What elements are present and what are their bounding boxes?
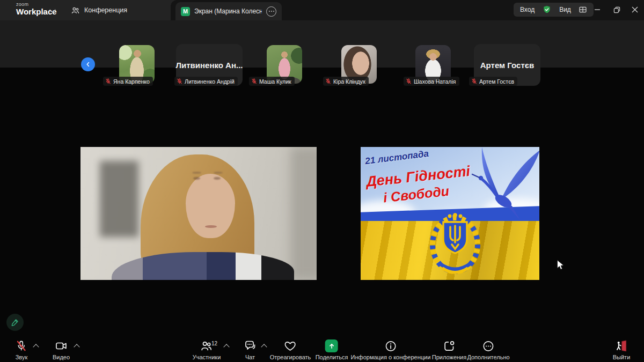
participant-name-badge: Артем Гостєв bbox=[469, 77, 517, 86]
participant-name-badge: Шахова Наталія bbox=[404, 77, 459, 86]
participant-display-name: Артем Гостєв bbox=[480, 61, 534, 70]
mouse-cursor bbox=[556, 260, 565, 270]
audio-options-caret[interactable] bbox=[33, 344, 39, 350]
collapse-strip-button[interactable] bbox=[81, 57, 95, 71]
audio-button[interactable]: Звук bbox=[16, 339, 28, 360]
video-button[interactable]: Видео bbox=[53, 339, 70, 360]
green-pencil-icon bbox=[11, 318, 19, 327]
participants-filmstrip: Литвиненко Ан... Артем Гостєв Яна Карпен… bbox=[0, 20, 644, 68]
participant-name-badge: Литвиненко Андрій bbox=[174, 77, 238, 86]
speaker-torso bbox=[112, 252, 294, 280]
share-icon bbox=[325, 339, 338, 352]
close-button[interactable] bbox=[626, 0, 644, 19]
tab-conference-label: Конференция bbox=[84, 6, 127, 14]
minimize-button[interactable] bbox=[588, 0, 606, 19]
participant-display-name: Литвиненко Ан... bbox=[175, 61, 243, 70]
ukraine-coat-of-arms bbox=[425, 211, 485, 278]
apps-icon bbox=[443, 339, 455, 352]
view-layout-icon[interactable] bbox=[579, 5, 587, 14]
participant-name-badge: Яна Карпенко bbox=[103, 77, 153, 86]
title-bar: zoom Workplace Конференция M Экран (Мари… bbox=[0, 0, 644, 20]
restore-button[interactable] bbox=[608, 0, 626, 19]
info-icon bbox=[385, 339, 397, 352]
mic-muted-icon bbox=[406, 78, 412, 84]
mic-muted-icon bbox=[105, 78, 111, 84]
participant-name-badge: Маша Кулик bbox=[249, 77, 295, 86]
speaker-video-pane bbox=[80, 147, 317, 280]
security-shield-icon[interactable] bbox=[542, 5, 552, 14]
react-button[interactable]: Отреагировать bbox=[270, 339, 311, 360]
logo-zoom-text: zoom bbox=[16, 2, 57, 7]
background-shade bbox=[291, 147, 317, 280]
video-options-caret[interactable] bbox=[74, 344, 79, 350]
participants-options-caret[interactable] bbox=[223, 344, 229, 350]
meeting-info-button[interactable]: Информация о конференции bbox=[351, 339, 431, 360]
share-screen-button[interactable]: Поделиться bbox=[316, 339, 348, 360]
chat-button[interactable]: Чат bbox=[244, 339, 257, 360]
mic-muted-icon bbox=[471, 78, 477, 84]
more-ellipsis-icon bbox=[482, 339, 494, 352]
tab-screen-share[interactable]: M Экран (Марина Колесник) bbox=[175, 2, 282, 20]
zoom-meeting-window: zoom Workplace Конференция M Экран (Мари… bbox=[0, 0, 644, 362]
sign-in-button[interactable]: Вход bbox=[520, 6, 535, 13]
mic-muted-icon bbox=[177, 78, 182, 84]
tab-options-icon[interactable] bbox=[266, 6, 276, 17]
speaker-face bbox=[186, 174, 235, 238]
participants-count-badge: 12 bbox=[211, 341, 217, 346]
chat-options-caret[interactable] bbox=[261, 344, 267, 350]
people-icon bbox=[71, 6, 80, 15]
heart-icon bbox=[284, 339, 297, 352]
shared-screen-pane: 21 листопада День Гідності і Свободи bbox=[361, 147, 539, 280]
participant-name-badge: Кіра Кліндух bbox=[323, 77, 369, 86]
chevron-left-icon bbox=[84, 61, 92, 68]
more-button[interactable]: Дополнительно bbox=[467, 339, 509, 360]
meeting-toolbar: Звук Видео Участники 12 Чат bbox=[0, 336, 644, 362]
apps-button[interactable]: Приложения bbox=[432, 339, 466, 360]
titlebar-right-controls: Вход Вид bbox=[514, 3, 594, 17]
annotate-button[interactable] bbox=[6, 314, 24, 331]
view-button[interactable]: Вид bbox=[559, 6, 571, 13]
blue-crane-bird bbox=[451, 147, 539, 222]
background-frame bbox=[100, 161, 138, 237]
camera-icon bbox=[55, 339, 68, 352]
mic-muted-icon bbox=[16, 339, 27, 352]
mic-muted-icon bbox=[325, 78, 331, 84]
tab-screen-share-label: Экран (Марина Колесник) bbox=[194, 8, 262, 15]
tab-conference[interactable]: Конференция bbox=[65, 0, 133, 20]
mic-muted-icon bbox=[251, 78, 257, 84]
leave-button[interactable]: Выйти bbox=[613, 339, 631, 360]
screen-share-avatar: M bbox=[181, 7, 190, 16]
leave-door-icon bbox=[615, 339, 628, 352]
chat-icon bbox=[244, 339, 257, 352]
